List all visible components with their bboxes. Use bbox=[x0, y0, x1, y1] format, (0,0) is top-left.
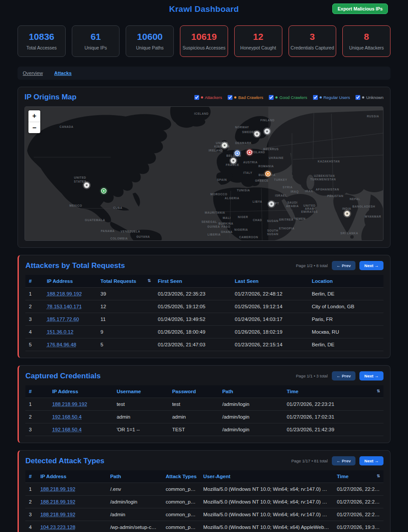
tab-overview[interactable]: Overview bbox=[23, 70, 43, 76]
attackers-prev-button[interactable]: ← Prev bbox=[332, 261, 356, 270]
map-label-mauritania: MAURITANIA bbox=[205, 211, 225, 214]
ip-link[interactable]: 188.218.99.192 bbox=[52, 402, 87, 407]
ip-link[interactable]: 151.36.0.12 bbox=[47, 329, 74, 335]
legend-label: Unknown bbox=[366, 95, 383, 100]
credentials-next-button[interactable]: Next → bbox=[359, 371, 383, 381]
cell-total-requests: 39 bbox=[97, 288, 155, 300]
attack-types-panel: Detected Attack Types Page 1/17 • 81 tot… bbox=[18, 450, 390, 532]
marker-uk[interactable] bbox=[221, 141, 229, 149]
world-map-canvas: CANADAUNITEDSTATESMEXICOCUBAGUATEMALAPAN… bbox=[25, 107, 383, 241]
sort-icon[interactable]: ⇅ bbox=[376, 474, 380, 478]
marker-germany-regular-user[interactable] bbox=[233, 149, 241, 157]
column-header-[interactable]: # bbox=[25, 470, 37, 483]
cell-time: 01/27/2026, 19:38:59 bbox=[333, 521, 383, 532]
sort-icon[interactable]: ⇅ bbox=[376, 389, 380, 393]
credentials-prev-button[interactable]: ← Prev bbox=[332, 371, 356, 381]
credentials-pager: Page 1/1 • 3 total ← Prev Next → bbox=[296, 371, 383, 381]
map-zoom-in-button[interactable]: + bbox=[28, 110, 40, 122]
ip-link[interactable]: 192.168.50.4 bbox=[52, 427, 81, 432]
map-label-eritrea: ERITREA bbox=[279, 218, 294, 221]
ip-link[interactable]: 192.168.50.4 bbox=[52, 414, 81, 419]
attackers-panel: Attackers by Total Requests Page 1/2 • 8… bbox=[18, 255, 390, 358]
export-malicious-ips-button[interactable]: Export Malicious IPs bbox=[332, 4, 388, 14]
map-label-iraq: IRAQ bbox=[291, 190, 299, 194]
ip-address-cell: 188.218.99.192 bbox=[37, 496, 107, 508]
column-header-location[interactable]: Location bbox=[308, 275, 383, 288]
ip-link[interactable]: 78.153.140.171 bbox=[47, 304, 82, 309]
marker-finland[interactable] bbox=[263, 127, 271, 135]
column-header-path[interactable]: Path bbox=[219, 385, 283, 398]
table-row: 278.153.140.1711201/25/2026, 19:12:0501/… bbox=[25, 300, 383, 313]
legend-dot-unknown bbox=[362, 96, 364, 99]
marker-us-unknown[interactable] bbox=[83, 181, 91, 189]
column-header-first-seen[interactable]: First Seen bbox=[154, 275, 231, 288]
stats-row: 10836Total Accesses61Unique IPs10600Uniq… bbox=[18, 25, 390, 57]
marker-india[interactable] bbox=[343, 210, 351, 218]
column-header-time[interactable]: Time⇅ bbox=[333, 470, 383, 483]
stat-value: 12 bbox=[236, 32, 280, 42]
column-header-last-seen[interactable]: Last Seen bbox=[231, 275, 308, 288]
credentials-table: #IP AddressUsernamePasswordPathTime⇅ 118… bbox=[25, 385, 383, 436]
attack-types-next-button[interactable]: Next → bbox=[359, 456, 383, 465]
ip-link[interactable]: 188.218.99.192 bbox=[47, 291, 82, 296]
tab-attacks[interactable]: Attacks bbox=[54, 70, 72, 76]
map-label-saudi: SAUDI bbox=[287, 201, 297, 204]
map-label-spain: SPAIN bbox=[217, 178, 227, 181]
attackers-next-button[interactable]: Next → bbox=[359, 261, 383, 270]
column-header-password[interactable]: Password bbox=[169, 385, 219, 398]
world-map[interactable]: CANADAUNITEDSTATESMEXICOCUBAGUATEMALAPAN… bbox=[25, 106, 383, 241]
stat-card-unique-ips: 61Unique IPs bbox=[72, 25, 120, 57]
marker-egypt[interactable] bbox=[267, 200, 275, 208]
legend-checkbox-regular-users[interactable] bbox=[313, 95, 318, 100]
column-header-ip-address[interactable]: IP Address bbox=[49, 385, 113, 398]
cell-user-agent: Mozilla/5.0 (Windows NT 10.0; Win64; x64… bbox=[200, 521, 333, 532]
column-header-ip-address[interactable]: IP Address bbox=[43, 275, 97, 288]
marker-us-good-crawler[interactable] bbox=[100, 187, 108, 195]
marker-bulgaria-bad-crawler[interactable] bbox=[264, 170, 272, 178]
ip-link[interactable]: 188.218.99.192 bbox=[40, 486, 75, 492]
column-header-[interactable]: # bbox=[25, 385, 49, 398]
column-header-username[interactable]: Username bbox=[113, 385, 169, 398]
ip-link[interactable]: 188.218.99.192 bbox=[40, 499, 75, 504]
cell-attack-types: common_probes bbox=[162, 508, 200, 521]
ip-address-cell: 151.36.0.12 bbox=[43, 326, 97, 338]
ip-link[interactable]: 185.177.72.60 bbox=[47, 317, 79, 322]
map-zoom-controls: + − bbox=[28, 110, 40, 133]
cell-user-agent: Mozilla/5.0 (Windows NT 10.0; Win64; x64… bbox=[200, 496, 333, 508]
column-header-time[interactable]: Time⇅ bbox=[283, 385, 383, 398]
legend-checkbox-unknown[interactable] bbox=[355, 95, 360, 100]
map-label-algeria: ALGERIA bbox=[225, 197, 239, 200]
row-index: 3 bbox=[25, 423, 49, 436]
map-label-mali: MALI bbox=[223, 216, 231, 219]
column-header-ip-address[interactable]: IP Address bbox=[37, 470, 107, 483]
map-zoom-out-button[interactable]: − bbox=[28, 122, 40, 133]
attack-types-prev-button[interactable]: ← Prev bbox=[332, 456, 356, 465]
row-index: 2 bbox=[25, 496, 37, 508]
legend-item-regular-users: Regular Users bbox=[313, 95, 350, 100]
column-header-total-requests[interactable]: Total Requests⇅ bbox=[97, 275, 155, 288]
legend-checkbox-bad-crawlers[interactable] bbox=[228, 95, 232, 100]
cell-attack-types: common_probes bbox=[162, 496, 200, 508]
cell-location: Berlin, DE bbox=[308, 288, 383, 300]
column-header-path[interactable]: Path bbox=[107, 470, 162, 483]
ip-link[interactable]: 188.218.99.192 bbox=[40, 512, 75, 517]
cell-last-seen: 01/24/2026, 14:03:17 bbox=[231, 313, 308, 326]
column-header-user-agent[interactable]: User-Agent bbox=[200, 470, 333, 483]
legend-dot-regular-users bbox=[320, 96, 322, 99]
legend-checkbox-attackers[interactable] bbox=[194, 95, 199, 100]
column-header-[interactable]: # bbox=[25, 275, 43, 288]
marker-france[interactable] bbox=[229, 157, 237, 165]
map-label-panama: PANAMA bbox=[101, 229, 115, 233]
marker-poland-attacker[interactable] bbox=[246, 148, 253, 156]
ip-address-cell: 176.84.96.48 bbox=[43, 338, 97, 351]
sort-icon[interactable]: ⇅ bbox=[148, 278, 151, 283]
map-label-ireland: IRELAND bbox=[208, 149, 223, 152]
map-label-denmark: DENMARK bbox=[235, 141, 251, 144]
cell-path: /admin/login bbox=[219, 411, 283, 423]
ip-link[interactable]: 176.84.96.48 bbox=[47, 342, 76, 347]
legend-item-unknown: Unknown bbox=[355, 95, 383, 100]
column-header-attack-types[interactable]: Attack Types bbox=[162, 470, 200, 483]
marker-sweden[interactable] bbox=[253, 130, 261, 138]
legend-checkbox-good-crawlers[interactable] bbox=[269, 95, 274, 100]
ip-link[interactable]: 104.23.223.128 bbox=[40, 525, 75, 530]
